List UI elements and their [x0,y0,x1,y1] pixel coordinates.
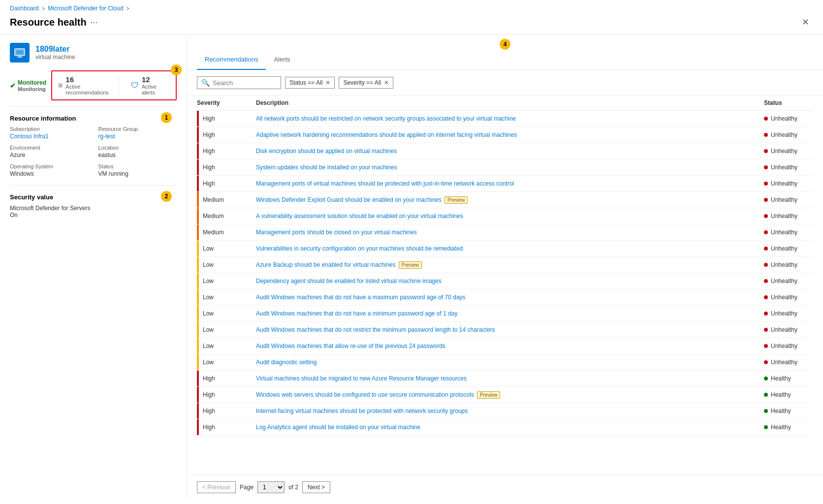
description-link[interactable]: All network ports should be restricted o… [256,115,516,122]
list-icon: ≡ [58,81,63,90]
status-cell: Unhealthy [764,115,807,122]
status-cell: Unhealthy [764,343,807,349]
status-label: Unhealthy [771,278,797,284]
description-link[interactable]: Dependency agent should be enabled for l… [256,278,442,284]
status-label: Healthy [771,424,791,431]
divider-2 [10,185,177,186]
defender-value: On [10,212,177,219]
description-link[interactable]: Virtual machines should be migrated to n… [256,375,467,382]
environment-label: Environment [10,145,89,151]
description-link[interactable]: Azure Backup should be enabled for virtu… [256,261,396,268]
filter-severity[interactable]: Severity == All ✕ [339,77,393,89]
status-cell: Unhealthy [764,164,807,171]
table-row: Low Audit diagnostic setting Unhealthy [197,354,813,371]
description-link[interactable]: Management ports should be closed on you… [256,229,417,236]
breadcrumb: Dashboard > Microsoft Defender for Cloud… [0,0,823,14]
severity-label: Low [203,310,214,317]
status-label: Healthy [771,375,791,382]
defender-item: Microsoft Defender for Servers On [10,205,177,219]
check-icon: ✔ [10,82,16,90]
search-input[interactable] [213,79,277,87]
status-cell: Unhealthy [764,310,807,317]
table-row: High Disk encryption should be applied o… [197,143,813,159]
stats-box[interactable]: ≡ 16 Active recommendations 🛡 12 Active … [51,70,177,100]
table-row: High Internet-facing virtual machines sh… [197,403,813,419]
status-label: Unhealthy [771,115,797,122]
close-button[interactable]: ✕ [798,15,813,30]
status-dot [764,312,768,315]
status-label: Unhealthy [771,310,797,317]
preview-badge: Preview [444,196,468,204]
description-link[interactable]: Audit Windows machines that do not have … [256,310,458,317]
table-row: High Virtual machines should be migrated… [197,371,813,387]
severity-label: High [203,180,215,187]
col-description: Description [256,95,764,111]
search-box[interactable]: 🔍 [197,76,281,89]
status-dot [764,295,768,299]
resource-name[interactable]: 1809later [35,45,75,54]
table-row: Medium A vulnerability assessment soluti… [197,208,813,224]
resource-icon [10,43,30,63]
description-link[interactable]: Audit Windows machines that allow re-use… [256,343,445,349]
subscription-item: Subscription Contoso Infra1 [10,126,89,140]
status-dot [764,344,768,348]
annotation-2: 2 [161,191,172,202]
description-link[interactable]: Audit Windows machines that do not restr… [256,326,495,333]
subscription-label: Subscription [10,126,89,132]
filter-status-clear[interactable]: ✕ [325,79,330,86]
status-cell: Unhealthy [764,213,807,220]
severity-label: High [203,408,215,414]
resource-type: virtual machine [35,54,75,61]
filter-severity-clear[interactable]: ✕ [384,79,389,86]
rec-count: 16 [65,75,113,84]
monitored-badge: ✔ Monitored Monitoring [10,79,46,92]
status-dot [764,377,768,380]
ellipsis-button[interactable]: ··· [91,17,98,28]
stats-row: ✔ Monitored Monitoring 3 ≡ 16 Active [10,70,177,100]
breadcrumb-defender[interactable]: Microsoft Defender for Cloud [48,5,123,12]
svg-rect-1 [16,50,23,54]
status-dot [764,360,768,364]
status-dot [764,165,768,169]
environment-value: Azure [10,152,89,158]
description-link[interactable]: Audit diagnostic setting [256,359,317,366]
severity-label: High [203,391,215,398]
rec-label: Active recommendations [65,84,113,95]
tab-recommendations[interactable]: Recommendations [197,50,266,70]
status-cell: Unhealthy [764,229,807,236]
status-dot [764,279,768,283]
shield-icon: 🛡 [131,81,139,90]
description-link[interactable]: Audit Windows machines that do not have … [256,294,466,301]
description-link[interactable]: Windows web servers should be configured… [256,391,474,398]
status-label: Unhealthy [771,148,797,155]
description-link[interactable]: A vulnerability assessment solution shou… [256,213,463,220]
next-button[interactable]: Next > [302,481,330,493]
status-dot [764,214,768,218]
filter-status[interactable]: Status == All ✕ [285,77,335,89]
previous-button[interactable]: < Previous [197,481,236,493]
description-link[interactable]: Management ports of virtual machines sho… [256,180,514,187]
status-dot [764,198,768,202]
description-link[interactable]: Windows Defender Exploit Guard should be… [256,196,442,203]
resource-group-value[interactable]: rg-test [98,133,177,140]
table-row: Low Azure Backup should be enabled for v… [197,257,813,273]
description-link[interactable]: Vulnerabilities in security configuratio… [256,245,463,252]
page-select[interactable]: 1 2 [257,481,285,493]
description-link[interactable]: Disk encryption should be applied on vir… [256,148,397,155]
status-label: Unhealthy [771,343,797,349]
severity-label: Low [203,343,214,349]
description-link[interactable]: Log Analytics agent should be installed … [256,424,420,431]
status-dot [764,230,768,234]
os-item: Operating System Windows [10,163,89,177]
description-link[interactable]: Adaptive network hardening recommendatio… [256,131,517,138]
breadcrumb-dashboard[interactable]: Dashboard [10,5,39,12]
description-link[interactable]: Internet-facing virtual machines should … [256,408,468,414]
severity-label: Low [203,359,214,366]
subscription-value[interactable]: Contoso Infra1 [10,133,89,140]
status-cell: Unhealthy [764,278,807,284]
severity-label: Low [203,278,214,284]
tab-alerts[interactable]: Alerts [266,50,298,70]
table-row: High All network ports should be restric… [197,111,813,127]
description-link[interactable]: System updates should be installed on yo… [256,164,397,171]
pagination: < Previous Page 1 2 of 2 Next > [187,475,823,499]
